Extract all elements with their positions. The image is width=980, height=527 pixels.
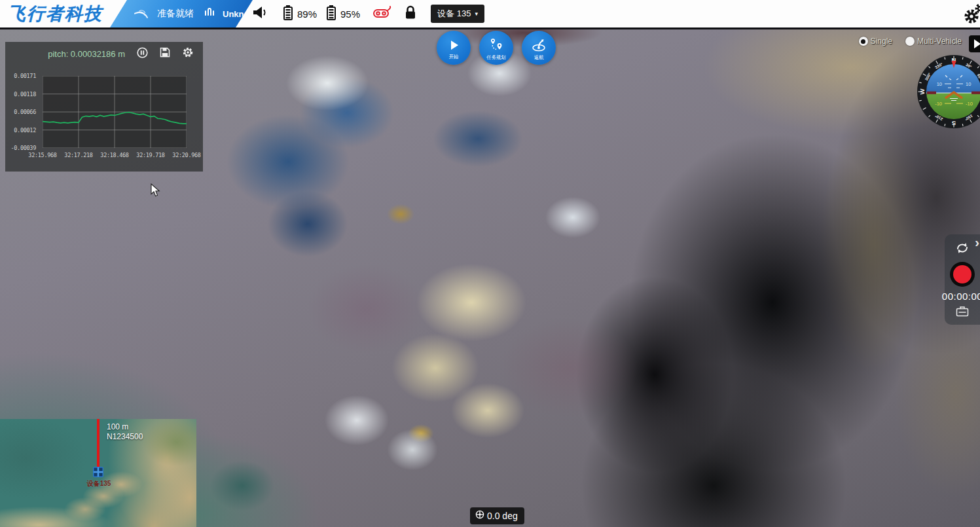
svg-text:W: W (918, 88, 926, 94)
mission-plan-button-label: 任务规划 (486, 55, 505, 60)
map-coordinate-label: N1234500 (107, 432, 143, 441)
return-home-icon (531, 38, 547, 54)
datalink-icon (204, 8, 216, 20)
heading-value: 0.0 deg (487, 511, 518, 521)
battery-main-icon (283, 5, 293, 23)
x-tick-label: 32:17.218 (64, 152, 92, 158)
battery-main-percent: 89% (297, 9, 317, 20)
x-tick-label: 32:15.968 (28, 152, 56, 158)
mouse-cursor (151, 183, 161, 200)
y-tick-label: 0.00118 (14, 91, 36, 98)
radio-single[interactable]: Single (859, 37, 892, 46)
route-icon (488, 38, 504, 54)
top-bar: 飞行者科技 准备就绪 Unknown (0, 0, 980, 27)
pitch-chart-plot[interactable] (43, 76, 187, 148)
device-selector[interactable]: 设备 135 ▾ (431, 5, 484, 23)
telemetry-title: pitch: 0.00032186 m (48, 49, 125, 59)
vehicle-marker-label: 设备135 (84, 479, 114, 488)
gamepad-icon[interactable] (372, 5, 393, 23)
svg-text:-10: -10 (966, 101, 973, 107)
chevron-down-icon: ▾ (475, 11, 478, 17)
telemetry-header: pitch: 0.00032186 m (5, 42, 203, 65)
video-stage: pitch: 0.00032186 m 0.001710.001180.0006… (0, 27, 980, 527)
svg-text:10: 10 (966, 81, 971, 87)
connection-status: 准备就绪 (157, 8, 194, 20)
compass-crosshair-icon (475, 510, 484, 522)
telemetry-panel: pitch: 0.00032186 m 0.001710.001180.0006… (5, 42, 203, 172)
save-plot-icon[interactable] (160, 47, 170, 60)
chart-x-axis: 32:15.96832:17.21832:18.46832:19.71832:2… (43, 152, 187, 161)
pitch-chart-svg (43, 76, 187, 148)
camera-switch-icon[interactable] (954, 241, 970, 258)
x-tick-label: 32:18.468 (100, 152, 128, 158)
x-tick-label: 32:19.718 (136, 152, 164, 158)
x-tick-label: 32:20.968 (172, 152, 200, 158)
radio-single-circle (859, 37, 868, 46)
y-tick-label: -0.00039 (10, 145, 36, 151)
action-button-group: 开始 任务规划 返航 (437, 31, 556, 65)
radio-multi-vehicle[interactable]: Multi-Vehicle (905, 37, 962, 46)
record-dot (953, 265, 971, 283)
svg-text:10: 10 (937, 81, 942, 87)
y-tick-label: 0.00012 (14, 127, 36, 134)
play-right-icon (974, 39, 980, 48)
mini-map[interactable]: 设备135 100 m N1234500 (0, 419, 196, 527)
record-timer: 00:00:00 (942, 291, 980, 302)
brand-logo: 飞行者科技 (0, 2, 103, 26)
svg-text:-10: -10 (935, 101, 942, 107)
ground-control-app: 飞行者科技 准备就绪 Unknown (0, 0, 980, 527)
y-tick-label: 0.00171 (14, 73, 36, 79)
chevron-right-icon[interactable]: › (975, 236, 979, 249)
lock-icon[interactable] (403, 5, 418, 23)
start-button[interactable]: 开始 (437, 31, 471, 65)
play-icon (447, 39, 460, 54)
vehicle-marker-icon[interactable] (92, 466, 104, 481)
chart-y-axis: 0.001710.001180.000660.00012-0.00039 (5, 76, 41, 148)
wifi-icon (134, 5, 151, 22)
return-home-button-label: 返航 (534, 55, 544, 60)
plot-settings-gear-icon[interactable] (182, 46, 194, 61)
compass-attitude-instrument[interactable]: NESW30°60°150°210°300°330° 10 10 (916, 54, 980, 130)
radio-multi-label: Multi-Vehicle (917, 37, 962, 46)
start-button-label: 开始 (449, 54, 459, 59)
megaphone-icon[interactable] (251, 5, 267, 22)
device-selector-label: 设备 135 (437, 8, 471, 20)
radio-single-label: Single (871, 37, 892, 46)
return-home-button[interactable]: 返航 (522, 31, 556, 65)
pause-plot-icon[interactable] (137, 47, 148, 61)
battery-secondary-percent: 95% (340, 9, 360, 20)
planned-track-line (97, 419, 100, 469)
map-scale-label: 100 m (107, 422, 128, 431)
status-band: 准备就绪 Unknown (110, 0, 253, 27)
media-gallery-icon[interactable] (956, 306, 969, 319)
record-button[interactable] (950, 262, 975, 287)
mission-plan-button[interactable]: 任务规划 (479, 31, 513, 65)
expand-panel-button[interactable] (969, 35, 980, 52)
vehicle-mode-switch: Single Multi-Vehicle (859, 37, 962, 46)
top-status-icons: 89% 95% 设备 135 ▾ (251, 0, 484, 27)
heading-badge: 0.0 deg (470, 507, 524, 524)
battery-secondary-icon (326, 5, 336, 23)
y-tick-label: 0.00066 (14, 109, 36, 115)
radio-multi-circle (905, 37, 915, 46)
settings-gears-icon[interactable] (960, 3, 980, 29)
svg-text:S: S (952, 120, 956, 127)
